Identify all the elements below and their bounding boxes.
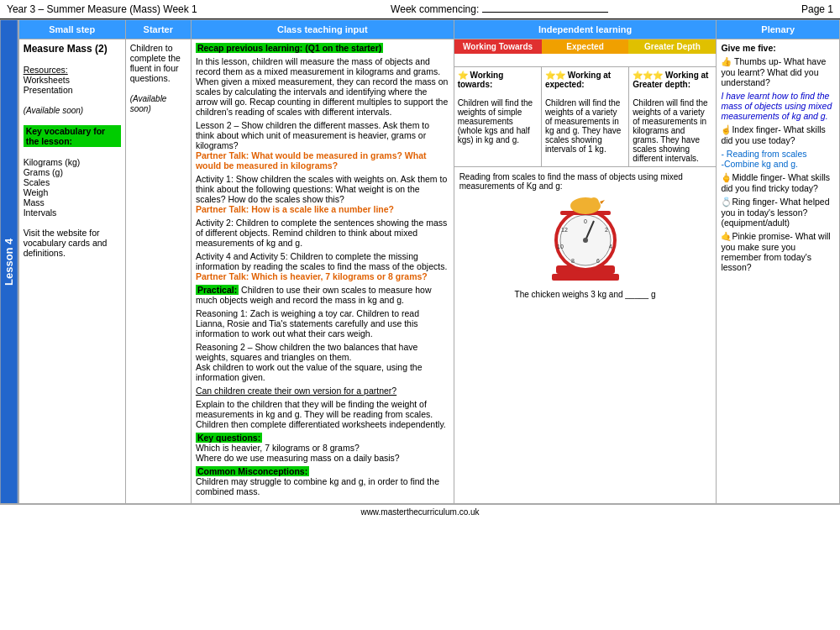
svg-text:12: 12 (561, 227, 568, 233)
small-step-title: Measure Mass (2) (24, 43, 121, 55)
key-q2: Where do we use measuring mass on a dail… (196, 453, 400, 463)
starter-text: Children to complete the fluent in four … (130, 43, 181, 83)
page-wrapper: Year 3 – Summer Measure (Mass) Week 1 We… (0, 0, 840, 519)
vocab-mass: Mass (24, 197, 45, 207)
plenary-index: ☝️Index finger- What skills did you use … (721, 124, 835, 145)
misconceptions-highlight: Common Misconceptions: (196, 466, 309, 476)
teaching-cell: Recap previous learning: (Q1 on the star… (191, 39, 454, 504)
week-commencing: Week commencing: (391, 3, 608, 15)
teaching-activity45: Activity 4 and Activity 5: Children to c… (196, 251, 449, 281)
subheader-expected: Expected (542, 39, 629, 54)
plenary-reading: - Reading from scales (721, 149, 806, 159)
partner-talk-3: Partner Talk: Which is heavier, 7 kilogr… (196, 271, 428, 281)
subheader-towards: Working Towards (454, 39, 542, 54)
expected-stars: ⭐⭐ Working at expected: (545, 71, 625, 89)
visit-text: Visit the website for vocabulary cards a… (24, 228, 108, 258)
svg-text:0: 0 (584, 218, 587, 224)
teaching-activity1: Activity 1: Show children the scales wit… (196, 174, 449, 214)
col-header-independent: Independent learning (454, 20, 717, 39)
indep-image-area: Reading from scales to find the mass of … (454, 167, 717, 307)
partner-talk-1: Partner Talk: What would be measured in … (196, 150, 427, 171)
resource-presentation: Presentation (24, 85, 73, 95)
plenary-cell: Give me five: 👍 Thumbs up- What have you… (717, 39, 840, 504)
teaching-can-children: Can children create their own version fo… (196, 386, 449, 396)
vocab-kg: Kilograms (kg) (24, 157, 81, 167)
svg-marker-16 (600, 200, 605, 204)
starter-cell: Children to complete the fluent in four … (125, 39, 191, 504)
svg-text:2: 2 (605, 227, 608, 233)
greater-text: Children will find the weights of a vari… (633, 98, 708, 163)
vocab-scales: Scales (24, 177, 50, 187)
teaching-practical: Practical: Children to use their own sca… (196, 285, 449, 305)
svg-point-15 (589, 197, 599, 207)
column-header-row: Small step Starter Class teaching input … (18, 20, 839, 39)
plenary-ring: 💍Ring finger- What helped you in today's… (721, 197, 835, 228)
footer-url: www.masterthecurriculum.co.uk (360, 507, 479, 517)
week-line (482, 12, 608, 13)
plenary-learnt: I have learnt how to find the mass of ob… (721, 91, 835, 121)
svg-text:10: 10 (557, 244, 564, 249)
resources-label: Resources: (24, 65, 68, 75)
indep-towards-col: ⭐ Working towards: Children will find th… (454, 67, 542, 166)
page-header: Year 3 – Summer Measure (Mass) Week 1 We… (0, 0, 840, 19)
practical-highlight: Practical: (196, 285, 239, 295)
indep-subheader-row: Measure Mass (2) Resources: Worksheets P… (18, 39, 839, 67)
greater-stars: ⭐⭐⭐ Working at Greater depth: (633, 71, 712, 89)
col-header-small-step: Small step (18, 20, 125, 39)
main-table: Small step Starter Class teaching input … (18, 19, 840, 504)
svg-text:6: 6 (596, 258, 600, 264)
teaching-reasoning1: Reasoning 1: Zach is weighing a toy car.… (196, 308, 449, 339)
towards-stars: ⭐ Working towards: (458, 71, 538, 89)
page-title: Year 3 – Summer Measure (Mass) Week 1 (7, 3, 197, 15)
vocab-intervals: Intervals (24, 207, 57, 218)
teaching-activity2: Activity 2: Children to complete the sen… (196, 218, 449, 248)
svg-text:4: 4 (609, 244, 612, 249)
resource-worksheets: Worksheets (24, 75, 70, 85)
indep-greater-col: ⭐⭐⭐ Working at Greater depth: Children w… (629, 67, 716, 166)
col-header-teaching: Class teaching input (191, 20, 454, 39)
chicken-caption: The chicken weighs 3 kg and _____ g (459, 290, 711, 299)
give-five: Give me five: (721, 43, 775, 53)
indep-subheaders: Working Towards Expected Greater Depth (454, 39, 717, 67)
footer: www.masterthecurriculum.co.uk (0, 504, 840, 519)
vocab-g: Grams (g) (24, 167, 63, 177)
teaching-explain: Explain to the children that they will b… (196, 399, 449, 429)
lesson-label: Lesson 4 (0, 19, 18, 504)
indep-content-cell: ⭐ Working towards: Children will find th… (454, 66, 717, 503)
key-questions-highlight: Key questions: (196, 433, 262, 443)
vocab-box: Key vocabulary for the lesson: (24, 125, 121, 147)
available-soon: (Available soon) (24, 106, 84, 115)
partner-talk-2: Partner Talk: How is a scale like a numb… (196, 204, 394, 214)
plenary-thumbs: 👍 Thumbs up- What have you learnt? What … (721, 56, 835, 87)
recap-highlight: Recap previous learning: (Q1 on the star… (196, 43, 383, 53)
teaching-para1: In this lesson, children will measure th… (196, 56, 449, 117)
teaching-misconceptions: Common Misconceptions: Children may stru… (196, 466, 449, 496)
svg-point-12 (583, 238, 588, 243)
plenary-pinkie: 🤙Pinkie promise- What will you make sure… (721, 231, 835, 272)
indep-expected-col: ⭐⭐ Working at expected: Children will fi… (542, 67, 629, 166)
main-content: Lesson 4 Small step Starter Class teachi… (0, 19, 840, 504)
expected-text: Children will find the weights of a vari… (545, 98, 621, 154)
svg-rect-1 (552, 274, 619, 281)
vocab-weigh: Weigh (24, 187, 49, 197)
col-header-plenary: Plenary (717, 20, 840, 39)
teaching-key-questions: Key questions: Which is heavier, 7 kilog… (196, 433, 449, 463)
key-q1: Which is heavier, 7 kilograms or 8 grams… (196, 443, 360, 453)
bottom-caption: Reading from scales to find the mass of … (459, 172, 711, 191)
page-number: Page 1 (801, 3, 833, 15)
indep-cols-row: ⭐ Working towards: Children will find th… (454, 67, 717, 167)
indep-sub-header-row: Working Towards Expected Greater Depth (454, 39, 717, 54)
scale-image: 0 2 4 6 8 10 12 (531, 194, 640, 286)
misconceptions-text: Children may struggle to combine kg and … (196, 476, 439, 496)
col-header-starter: Starter (125, 20, 191, 39)
small-step-cell: Measure Mass (2) Resources: Worksheets P… (18, 39, 125, 504)
towards-text: Children will find the weights of simple… (458, 98, 533, 144)
plenary-combine: -Combine kg and g. (721, 159, 798, 169)
subheader-greater: Greater Depth (628, 39, 716, 54)
teaching-lesson2: Lesson 2 – Show children the different m… (196, 120, 449, 171)
svg-text:8: 8 (571, 258, 575, 264)
teaching-reasoning2: Reasoning 2 – Show children the two bala… (196, 342, 449, 382)
starter-available: (Available soon) (130, 94, 167, 113)
plenary-middle: 🖕Middle finger- What skills did you find… (721, 172, 835, 193)
